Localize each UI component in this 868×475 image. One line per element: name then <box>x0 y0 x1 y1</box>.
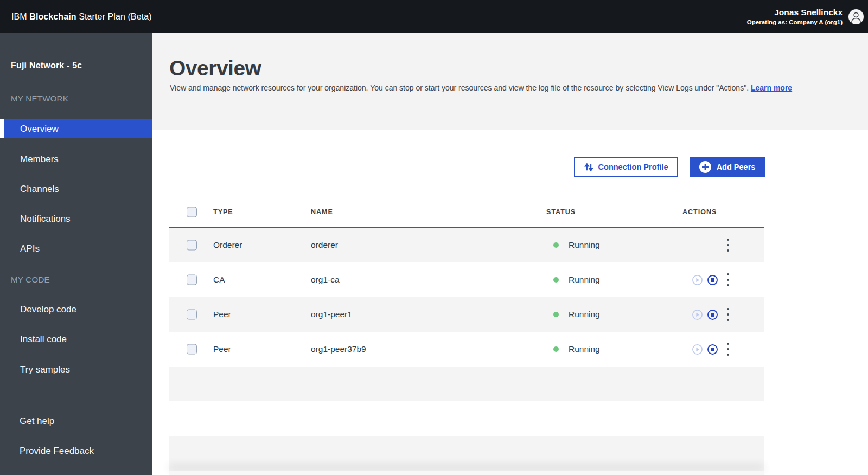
cell-type: Peer <box>213 310 231 319</box>
avatar[interactable] <box>848 9 864 24</box>
row-checkbox[interactable] <box>187 240 197 251</box>
checkbox-cell <box>187 310 197 320</box>
sidebar-item-channels[interactable]: Channels <box>0 179 152 198</box>
column-header-status[interactable]: STATUS <box>546 208 576 216</box>
stop-button[interactable] <box>707 344 718 355</box>
cell-status: Running <box>546 344 600 354</box>
section-my-network: MY NETWORK <box>11 94 68 103</box>
overflow-menu-button[interactable] <box>725 342 731 357</box>
brand-suffix: Starter Plan (Beta) <box>76 12 152 22</box>
stop-icon <box>707 344 718 355</box>
play-icon <box>692 344 703 355</box>
sidebar-item-apis[interactable]: APIs <box>0 239 152 258</box>
status-dot <box>553 242 559 248</box>
status-label: Running <box>569 344 600 354</box>
stop-icon <box>707 310 718 320</box>
cell-name: org1-ca <box>311 275 340 285</box>
row-checkbox[interactable] <box>187 275 197 285</box>
sidebar-item-develop-code[interactable]: Develop code <box>0 300 152 319</box>
table-row: CA org1-ca Running <box>169 262 764 297</box>
play-icon <box>692 310 703 320</box>
add-peers-button[interactable]: Add Peers <box>690 157 765 177</box>
user-icon <box>848 9 864 24</box>
cell-actions <box>692 307 731 322</box>
column-header-type[interactable]: TYPE <box>213 208 233 216</box>
sidebar-item-label: Develop code <box>20 304 76 315</box>
overflow-menu-icon <box>725 307 731 322</box>
start-button[interactable] <box>692 344 703 355</box>
row-checkbox[interactable] <box>187 310 197 320</box>
overflow-menu-button[interactable] <box>725 307 731 322</box>
overflow-menu-button[interactable] <box>725 272 731 287</box>
overflow-menu-icon <box>725 238 731 253</box>
learn-more-link[interactable]: Learn more <box>751 84 792 92</box>
topbar-divider <box>713 0 713 33</box>
table-footer-strip <box>169 471 764 475</box>
top-bar: IBM Blockchain Starter Plan (Beta) Jonas… <box>0 0 868 33</box>
cell-type: Orderer <box>213 240 242 250</box>
page-title: Overview <box>169 56 261 80</box>
stop-button[interactable] <box>707 275 718 285</box>
sidebar-item-try-samples[interactable]: Try samples <box>0 360 152 379</box>
column-header-actions[interactable]: ACTIONS <box>682 208 717 216</box>
sidebar-item-provide-feedback[interactable]: Provide Feedback <box>0 441 152 460</box>
sidebar-item-label: APIs <box>20 243 40 254</box>
empty-table-row <box>169 436 764 471</box>
start-button[interactable] <box>692 275 703 285</box>
section-my-code: MY CODE <box>11 275 50 284</box>
stop-icon <box>707 275 718 285</box>
status-dot <box>553 346 559 352</box>
overflow-menu-icon <box>725 272 731 287</box>
sidebar-item-label: Try samples <box>20 364 70 375</box>
cell-status: Running <box>546 275 600 285</box>
stop-button[interactable] <box>707 310 718 320</box>
cell-status: Running <box>546 310 600 319</box>
empty-table-row <box>169 401 764 436</box>
user-block[interactable]: Jonas Snellinckx Operating as: Company A… <box>747 0 843 33</box>
user-name: Jonas Snellinckx <box>774 7 843 18</box>
start-button[interactable] <box>692 310 703 320</box>
cell-type: CA <box>213 275 225 285</box>
cell-actions <box>692 342 731 357</box>
connection-profile-label: Connection Profile <box>598 163 668 171</box>
table-header: TYPE NAME STATUS ACTIONS <box>169 197 764 228</box>
add-peers-label: Add Peers <box>717 163 756 171</box>
sidebar-item-label: Install code <box>20 334 67 345</box>
table-row: Peer org1-peer37b9 Running <box>169 332 764 367</box>
sidebar-item-label: Channels <box>20 184 59 195</box>
select-all-checkbox[interactable] <box>187 207 197 217</box>
sidebar-item-notifications[interactable]: Notifications <box>0 209 152 228</box>
status-label: Running <box>569 240 600 250</box>
cell-name: orderer <box>311 240 338 250</box>
overflow-menu-button[interactable] <box>725 238 731 253</box>
sidebar-item-install-code[interactable]: Install code <box>0 330 152 349</box>
cell-name: org1-peer37b9 <box>311 344 366 354</box>
network-title: Fuji Network - 5c <box>11 61 82 70</box>
sidebar-item-overview[interactable]: Overview <box>0 119 152 138</box>
status-dot <box>553 277 559 283</box>
sidebar: Fuji Network - 5c MY NETWORK Overview Me… <box>0 33 152 475</box>
column-header-name[interactable]: NAME <box>311 208 333 216</box>
play-icon <box>692 275 703 285</box>
sidebar-item-label: Notifications <box>20 214 71 224</box>
sidebar-item-label: Get help <box>20 416 54 427</box>
brand: IBM Blockchain Starter Plan (Beta) <box>11 0 152 33</box>
user-operating-as: Operating as: Company A (org1) <box>747 18 843 27</box>
sidebar-item-get-help[interactable]: Get help <box>0 412 152 431</box>
cell-type: Peer <box>213 344 231 354</box>
sidebar-item-label: Overview <box>20 124 59 134</box>
sidebar-item-members[interactable]: Members <box>0 150 152 169</box>
cell-actions <box>692 272 731 287</box>
checkbox-cell <box>187 344 197 355</box>
checkbox-cell <box>187 275 197 285</box>
main-content: Overview View and manage network resourc… <box>152 33 868 475</box>
row-checkbox[interactable] <box>187 344 197 355</box>
checkbox-cell <box>187 207 197 217</box>
connection-profile-button[interactable]: Connection Profile <box>574 157 678 177</box>
brand-prefix: IBM <box>11 12 29 22</box>
status-label: Running <box>569 275 600 285</box>
cell-status: Running <box>546 240 600 250</box>
status-label: Running <box>569 310 600 319</box>
page-description-text: View and manage network resources for yo… <box>170 84 751 92</box>
sidebar-divider <box>9 405 143 405</box>
